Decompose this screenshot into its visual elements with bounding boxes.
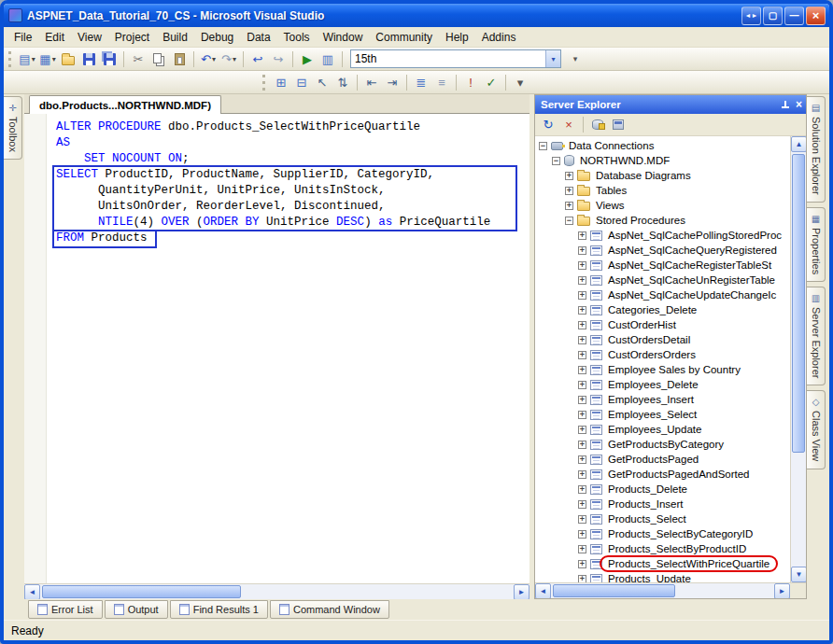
tree-expander-icon[interactable]: + <box>578 396 586 404</box>
tree-item-views[interactable]: +Views <box>535 198 790 213</box>
tree-expander-icon[interactable]: + <box>578 560 586 568</box>
tree-expander-icon[interactable]: + <box>578 470 586 479</box>
scroll-right-icon[interactable]: ► <box>774 583 790 599</box>
tree-item-getproductsbycategory[interactable]: +GetProductsByCategory <box>535 437 790 452</box>
code-editor[interactable]: ALTER PROCEDURE dbo.Products_SelectWithP… <box>24 114 529 583</box>
save-all-button[interactable] <box>99 49 120 69</box>
code-editor-area[interactable]: ALTER PROCEDURE dbo.Products_SelectWithP… <box>24 114 529 583</box>
increase-indent-button[interactable]: ⇥ <box>382 73 402 92</box>
stop-refresh-button[interactable]: × <box>558 115 579 134</box>
minimize-button[interactable]: — <box>784 7 804 25</box>
solution-configurations-button[interactable]: ▥ <box>318 49 338 69</box>
tree-expander-icon[interactable]: + <box>578 515 586 524</box>
side-tab-class-view[interactable]: ◇Class View <box>807 390 826 469</box>
decrease-indent-button[interactable]: ⇤ <box>361 73 382 92</box>
bottom-tab-command-window[interactable]: Command Window <box>270 600 389 619</box>
save-button[interactable] <box>78 49 99 69</box>
tree-item-stored-procedures[interactable]: −Stored Procedures <box>535 213 790 228</box>
scroll-left-icon[interactable]: ◄ <box>24 584 40 599</box>
tree-item-database-diagrams[interactable]: +Database Diagrams <box>535 168 790 183</box>
copy-button[interactable] <box>148 49 169 69</box>
scroll-track[interactable] <box>791 152 806 567</box>
scroll-track[interactable] <box>40 584 514 599</box>
show-criteria-pane-button[interactable]: ⊟ <box>291 73 312 92</box>
menu-item-view[interactable]: View <box>71 28 108 47</box>
restore-button[interactable]: ▢ <box>763 7 783 25</box>
toolbar-grip[interactable] <box>8 51 12 67</box>
scroll-thumb[interactable] <box>792 154 805 453</box>
tree-expander-icon[interactable]: + <box>578 306 586 315</box>
menu-item-debug[interactable]: Debug <box>194 28 240 47</box>
tree-expander-icon[interactable]: + <box>578 351 586 359</box>
tree-item-getproductspaged[interactable]: +GetProductsPaged <box>535 452 790 467</box>
undo-button[interactable]: ↶▾ <box>198 49 219 69</box>
bottom-tab-find-results-1[interactable]: Find Results 1 <box>170 600 268 619</box>
scroll-down-icon[interactable]: ▼ <box>791 567 806 582</box>
cut-button[interactable]: ✂ <box>128 49 148 69</box>
verify-sql-button[interactable]: ✓ <box>481 73 501 92</box>
show-sql-pane-button[interactable]: ≣ <box>411 73 431 92</box>
scroll-track[interactable] <box>551 583 774 598</box>
tree-expander-icon[interactable]: + <box>578 366 586 374</box>
tree-expander-icon[interactable]: + <box>578 411 586 419</box>
tree-item-employees-insert[interactable]: +Employees_Insert <box>535 392 790 407</box>
side-tab-server-explorer[interactable]: ▥Server Explorer <box>807 287 826 385</box>
connect-to-server-button[interactable] <box>608 115 628 134</box>
bottom-tab-error-list[interactable]: Error List <box>28 600 103 619</box>
tree-expander-icon[interactable]: + <box>578 336 586 344</box>
side-tab-properties[interactable]: ▦Properties <box>807 207 826 282</box>
menu-item-build[interactable]: Build <box>156 28 194 47</box>
tree-item-custordersorders[interactable]: +CustOrdersOrders <box>535 347 790 362</box>
tree-expander-icon[interactable]: + <box>578 291 586 300</box>
navigate-forward-button[interactable]: ↪ <box>268 49 289 69</box>
menu-item-project[interactable]: Project <box>108 28 156 47</box>
toolbar-grip[interactable] <box>262 75 266 91</box>
add-item-button[interactable]: ▦▾ <box>37 49 58 69</box>
scroll-left-icon[interactable]: ◄ <box>535 583 551 599</box>
bottom-tab-output[interactable]: Output <box>105 600 168 619</box>
show-results-pane-button[interactable]: ≡ <box>431 73 452 92</box>
auto-hide-pin-icon[interactable] <box>780 100 790 110</box>
tree-item-employees-select[interactable]: +Employees_Select <box>535 407 790 422</box>
menu-item-help[interactable]: Help <box>439 28 475 47</box>
tree-item-categories-delete[interactable]: +Categories_Delete <box>535 302 790 317</box>
tree-expander-icon[interactable]: − <box>552 157 560 165</box>
tree-expander-icon[interactable]: + <box>578 381 586 389</box>
toolbar-combobox-input[interactable] <box>351 51 545 66</box>
tree-expander-icon[interactable]: + <box>578 455 586 464</box>
tree-expander-icon[interactable]: − <box>539 142 547 150</box>
toolbar-options-button[interactable]: ▾ <box>565 49 586 69</box>
tree-expander-icon[interactable]: + <box>578 426 586 434</box>
tree-item-custorderhist[interactable]: +CustOrderHist <box>535 317 790 332</box>
tree-expander-icon[interactable]: + <box>578 485 586 494</box>
toolbar-options-button[interactable]: ▾ <box>510 73 530 92</box>
scroll-up-icon[interactable]: ▲ <box>791 136 806 152</box>
document-tab[interactable]: dbo.Products...NORTHWND.MDF) <box>29 95 221 114</box>
tree-item-getproductspagedandsorted[interactable]: +GetProductsPagedAndSorted <box>535 467 790 482</box>
tree-item-custordersdetail[interactable]: +CustOrdersDetail <box>535 332 790 347</box>
tree-item-products-selectbycategoryid[interactable]: +Products_SelectByCategoryID <box>535 526 790 541</box>
tree-expander-icon[interactable]: + <box>578 545 586 553</box>
sort-ascending-button[interactable]: ⇅ <box>332 73 353 92</box>
connect-to-database-button[interactable] <box>587 115 608 134</box>
tree-item-products-selectwithpricequartile[interactable]: +Products_SelectWithPriceQuartile <box>535 556 790 571</box>
open-file-button[interactable] <box>58 49 78 69</box>
server-explorer-tree[interactable]: −Data Connections−NORTHWND.MDF+Database … <box>535 136 790 582</box>
tree-expander-icon[interactable]: + <box>578 246 586 255</box>
tree-item-tables[interactable]: +Tables <box>535 183 790 198</box>
tree-item-data-connections[interactable]: −Data Connections <box>535 138 790 153</box>
tree-expander-icon[interactable]: + <box>578 500 586 509</box>
tab-toolbox[interactable]: ✛ Toolbox <box>4 96 22 160</box>
tree-item-aspnet-sqlcachepollingstoredproc[interactable]: +AspNet_SqlCachePollingStoredProc <box>535 228 790 243</box>
tree-item-products-update[interactable]: +Products_Update <box>535 571 790 582</box>
combobox-dropdown-icon[interactable]: ▾ <box>545 50 560 67</box>
tree-item-northwnd-mdf[interactable]: −NORTHWND.MDF <box>535 153 790 168</box>
execute-sql-button[interactable]: ! <box>460 73 481 92</box>
tree-vscrollbar[interactable]: ▲ ▼ <box>790 136 806 582</box>
tree-item-employees-update[interactable]: +Employees_Update <box>535 422 790 437</box>
menu-item-addins[interactable]: Addins <box>475 28 523 47</box>
tree-item-aspnet-sqlcacheregistertablest[interactable]: +AspNet_SqlCacheRegisterTableSt <box>535 258 790 273</box>
menu-item-window[interactable]: Window <box>317 28 370 47</box>
tree-item-products-selectbyproductid[interactable]: +Products_SelectByProductID <box>535 541 790 556</box>
toolbar-combobox[interactable]: ▾ <box>350 49 561 68</box>
